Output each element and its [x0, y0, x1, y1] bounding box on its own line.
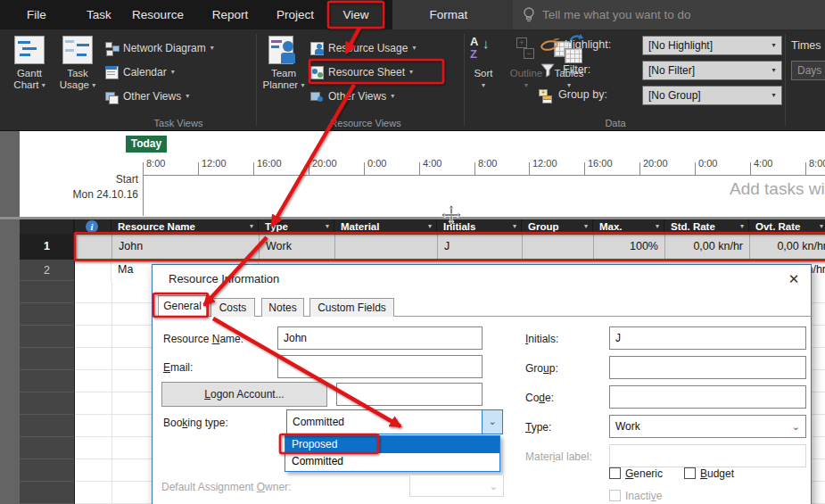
resource-sheet-button[interactable]: Resource Sheet	[310, 63, 413, 81]
cell-std-rate[interactable]: 0,00 kn/hr	[665, 235, 750, 259]
column-filter-arrow-icon[interactable]	[584, 219, 588, 234]
booking-type-select[interactable]: Committed ⌄	[286, 409, 503, 434]
chevron-down-icon[interactable]: ⌄	[482, 410, 502, 434]
filter-label: Filter:	[563, 60, 590, 79]
resource-usage-button[interactable]: Resource Usage	[310, 39, 416, 57]
logon-account-field[interactable]	[336, 383, 483, 406]
budget-checkbox[interactable]	[684, 467, 696, 479]
network-diagram-button[interactable]: Network Diagram	[105, 39, 214, 57]
sort-button[interactable]: A Z ↓ Sort	[464, 35, 503, 112]
row-number[interactable]: 1	[20, 234, 74, 260]
corner-header-cell[interactable]	[20, 219, 74, 234]
tick	[309, 162, 309, 175]
team-planner-button[interactable]: Team Planner	[260, 35, 308, 112]
chevron-down-icon[interactable]	[766, 87, 781, 104]
generic-checkbox-label[interactable]: Generic	[625, 467, 663, 480]
email-field[interactable]	[277, 355, 483, 378]
type-select[interactable]: Work ⌄	[609, 415, 806, 438]
tell-me-box[interactable]: Tell me what you want to do	[542, 0, 691, 29]
cell-resource-name[interactable]: John	[112, 235, 260, 259]
cell-initials[interactable]: J	[438, 235, 523, 259]
task-usage-button[interactable]: Task Usage	[54, 35, 102, 112]
chevron-down-icon: ⌄	[490, 475, 498, 497]
chevron-down-icon[interactable]	[766, 37, 781, 54]
column-header-resource-name[interactable]: Resource Name	[111, 219, 259, 234]
tab-costs[interactable]: Costs	[210, 298, 255, 317]
code-field[interactable]	[609, 385, 806, 409]
dropdown-option-proposed[interactable]: Proposed	[285, 436, 499, 453]
info-icon: i	[86, 220, 98, 233]
cell-ovt-rate[interactable]: 0,00 kn/hr	[750, 235, 825, 259]
filter-select[interactable]: [No Filter]	[642, 61, 782, 80]
email-label: Email:	[163, 361, 193, 374]
timescale-select[interactable]: Days	[791, 61, 825, 80]
column-header-info[interactable]: i	[74, 219, 111, 234]
cell-group[interactable]	[523, 235, 594, 259]
tab-format[interactable]: Format	[421, 0, 476, 29]
column-filter-arrow-icon[interactable]	[513, 219, 516, 234]
chevron-down-icon[interactable]: ⌄	[792, 416, 800, 437]
tick	[695, 162, 696, 175]
group-by-row: + Group by:	[539, 86, 607, 103]
highlight-select[interactable]: [No Highlight]	[642, 36, 782, 55]
close-icon[interactable]: ✕	[779, 267, 809, 292]
cell-material[interactable]	[335, 235, 438, 259]
cell-info[interactable]	[75, 235, 112, 259]
tick-label: 8:00	[146, 158, 165, 169]
tab-project[interactable]: Project	[268, 0, 323, 29]
tab-report[interactable]: Report	[203, 0, 257, 29]
menu-bar: File Task Resource Report Project View F…	[0, 0, 825, 29]
tab-file[interactable]: File	[16, 0, 57, 29]
row-number[interactable]: 2	[20, 260, 74, 281]
column-filter-arrow-icon[interactable]	[250, 219, 253, 234]
column-filter-arrow-icon[interactable]	[656, 219, 659, 234]
default-assignment-owner-select: ⌄	[409, 475, 504, 497]
cell-info[interactable]	[74, 260, 111, 281]
column-filter-arrow-icon[interactable]	[326, 219, 329, 234]
sheet-view-strip[interactable]: SHEET	[0, 219, 20, 504]
dropdown-arrow-icon	[210, 44, 214, 52]
row-number-column-edge	[74, 219, 75, 504]
resource-name-field[interactable]: John	[277, 326, 483, 350]
group-field[interactable]	[609, 356, 806, 379]
logon-account-button[interactable]: Logon Account...	[161, 382, 327, 407]
column-header-type[interactable]: Type	[259, 219, 334, 234]
booking-type-label: Booking type:	[163, 417, 228, 429]
gantt-chart-button[interactable]: Gantt Chart	[5, 35, 54, 112]
dropdown-option-committed[interactable]: Committed	[285, 453, 499, 470]
add-tasks-hint: Add tasks wit	[730, 179, 825, 199]
tab-notes[interactable]: Notes	[261, 298, 304, 317]
resource-usage-icon	[310, 42, 324, 55]
timeline-view-strip[interactable]: TIMELINE	[0, 131, 20, 217]
column-header-material[interactable]: Material	[334, 219, 437, 234]
tab-view[interactable]: View	[330, 0, 382, 29]
column-filter-arrow-icon[interactable]	[820, 219, 823, 234]
column-header-max[interactable]: Max.	[593, 219, 664, 234]
timeline-start-date: Mon 24.10.16	[49, 188, 138, 201]
tab-general[interactable]: General	[158, 295, 207, 317]
tick-label: 8:00	[478, 158, 497, 169]
initials-field[interactable]: J	[609, 326, 806, 350]
column-header-group[interactable]: Group	[522, 219, 593, 234]
column-header-ovt-rate[interactable]: Ovt. Rate	[749, 219, 825, 234]
dialog-title: Resource Information	[169, 272, 279, 285]
tick-label: 8:00	[809, 158, 825, 169]
tab-task[interactable]: Task	[78, 0, 120, 29]
column-filter-arrow-icon[interactable]	[428, 219, 432, 234]
tick-label: 0:00	[367, 158, 386, 169]
tab-resource[interactable]: Resource	[125, 0, 191, 29]
cell-max[interactable]: 100%	[594, 235, 665, 259]
budget-checkbox-label[interactable]: Budget	[700, 467, 734, 480]
column-filter-arrow-icon[interactable]	[740, 219, 744, 234]
column-header-std-rate[interactable]: Std. Rate	[664, 219, 749, 234]
other-views-resource-button[interactable]: Other Views	[310, 87, 394, 105]
tab-custom-fields[interactable]: Custom Fields	[309, 298, 394, 317]
group-by-select[interactable]: [No Group]	[642, 86, 782, 105]
cell-type[interactable]: Work	[260, 235, 335, 259]
material-label-label: Material label:	[525, 450, 592, 463]
calendar-button[interactable]: Calendar	[105, 63, 175, 81]
chevron-down-icon[interactable]	[766, 62, 781, 79]
generic-checkbox[interactable]	[609, 467, 621, 479]
table-row-1[interactable]: 1 John Work J 100% 0,00 kn/hr 0,00 kn/hr	[20, 234, 825, 260]
other-views-task-button[interactable]: Other Views	[105, 87, 189, 105]
